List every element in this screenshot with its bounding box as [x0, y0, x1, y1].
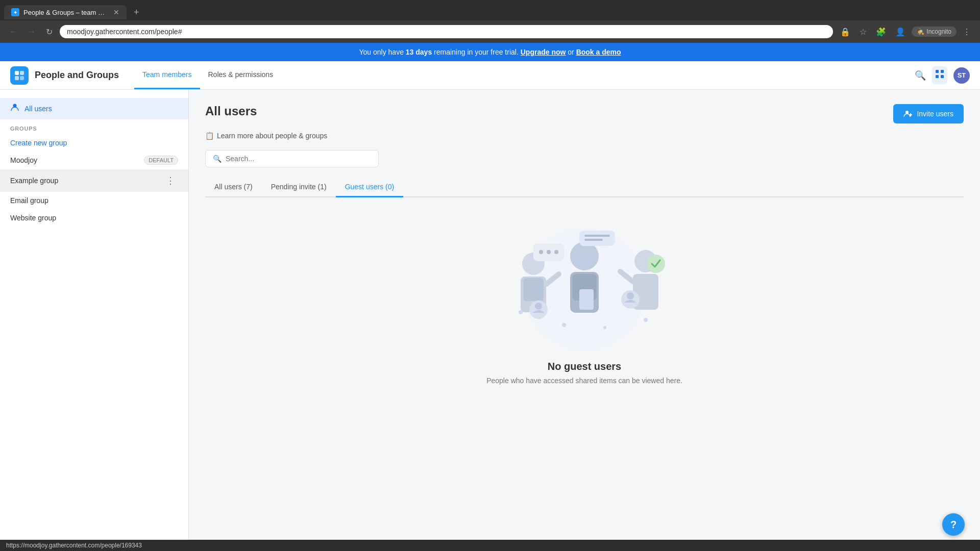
default-badge: DEFAULT — [144, 156, 178, 165]
invite-icon — [903, 109, 913, 118]
tabs: All users (7) Pending invite (1) Guest u… — [205, 178, 964, 197]
browser-chrome: ✦ People & Groups – team mem... ✕ + ← → … — [0, 0, 980, 43]
svg-rect-5 — [941, 70, 944, 73]
app-title: People and Groups — [35, 70, 119, 81]
header-right: 🔍 ST — [915, 66, 970, 84]
tab-guest-users[interactable]: Guest users (0) — [336, 178, 403, 197]
refresh-button[interactable]: ↻ — [43, 25, 56, 39]
svg-point-9 — [905, 111, 909, 114]
svg-point-34 — [627, 292, 634, 299]
nav-roles-permissions[interactable]: Roles & permissions — [200, 61, 282, 89]
empty-state-subtitle: People who have accessed shared items ca… — [486, 377, 682, 385]
group-name-moodjoy: Moodjoy — [10, 156, 144, 164]
svg-point-32 — [535, 303, 542, 310]
invite-button-label: Invite users — [917, 110, 953, 118]
address-bar[interactable] — [60, 25, 833, 38]
search-box: 🔍 — [205, 150, 379, 167]
trial-prefix: You only have — [359, 48, 405, 56]
browser-nav: ← → ↻ 🔒 ☆ 🧩 👤 🕵️ Incognito ⋮ — [0, 20, 980, 43]
tab-bar: ✦ People & Groups – team mem... ✕ + — [0, 0, 980, 20]
svg-point-19 — [547, 250, 551, 254]
app-logo[interactable] — [10, 66, 29, 85]
empty-illustration — [472, 218, 697, 361]
incognito-icon: 🕵️ — [917, 28, 924, 35]
new-tab-button[interactable]: + — [127, 4, 146, 21]
header-nav: Team members Roles & permissions — [134, 61, 281, 89]
extension-icon[interactable]: 🧩 — [873, 25, 889, 39]
upgrade-link[interactable]: Upgrade now — [521, 48, 566, 56]
search-input[interactable] — [226, 155, 371, 163]
svg-rect-1 — [20, 71, 24, 75]
search-box-icon: 🔍 — [213, 155, 222, 163]
group-name-example: Example group — [10, 177, 163, 185]
svg-rect-27 — [584, 239, 603, 241]
sidebar-group-website[interactable]: Website group — [0, 209, 188, 227]
content-area: All users Invite users 📋 Learn more abou… — [189, 90, 980, 549]
tab-all-users[interactable]: All users (7) — [205, 178, 262, 197]
search-icon[interactable]: 🔍 — [915, 70, 926, 81]
learn-more-icon: 📋 — [205, 132, 214, 140]
sidebar-item-all-users[interactable]: All users — [0, 98, 188, 119]
svg-point-35 — [647, 255, 665, 273]
svg-point-37 — [644, 318, 648, 322]
empty-state-title: No guest users — [548, 361, 621, 372]
svg-point-36 — [519, 310, 523, 314]
svg-rect-15 — [523, 278, 544, 301]
svg-rect-6 — [936, 75, 939, 78]
create-group-link[interactable]: Create new group — [0, 135, 188, 151]
trial-days: 13 days — [406, 48, 432, 56]
avatar[interactable]: ST — [953, 67, 970, 84]
incognito-label: Incognito — [926, 28, 951, 35]
svg-rect-26 — [584, 235, 610, 237]
incognito-badge: 🕵️ Incognito — [912, 27, 957, 37]
sidebar: All users GROUPS Create new group Moodjo… — [0, 90, 189, 549]
menu-button[interactable]: ⋮ — [960, 25, 974, 39]
eyeoff-icon[interactable]: 🔒 — [837, 25, 853, 39]
nav-icons: 🔒 ☆ 🧩 👤 🕵️ Incognito ⋮ — [837, 25, 974, 39]
nav-team-members[interactable]: Team members — [134, 61, 200, 89]
sidebar-group-email[interactable]: Email group — [0, 192, 188, 209]
tab-pending-invite[interactable]: Pending invite (1) — [262, 178, 336, 197]
forward-button[interactable]: → — [24, 25, 39, 38]
star-icon[interactable]: ☆ — [856, 25, 870, 39]
sidebar-group-moodjoy[interactable]: Moodjoy DEFAULT — [0, 151, 188, 169]
main-layout: All users GROUPS Create new group Moodjo… — [0, 90, 980, 549]
learn-more-link[interactable]: 📋 Learn more about people & groups — [205, 132, 964, 140]
svg-rect-25 — [579, 231, 615, 246]
svg-point-20 — [554, 250, 558, 254]
all-users-label: All users — [24, 105, 52, 113]
svg-point-38 — [562, 323, 566, 327]
svg-point-21 — [570, 242, 599, 270]
svg-point-39 — [603, 326, 606, 329]
active-tab[interactable]: ✦ People & Groups – team mem... ✕ — [4, 5, 127, 19]
sidebar-group-example[interactable]: Example group ⋮ — [0, 169, 188, 192]
svg-rect-24 — [579, 289, 594, 310]
grid-icon[interactable] — [932, 66, 947, 84]
tab-title: People & Groups – team mem... — [23, 9, 109, 16]
person-icon — [10, 103, 19, 114]
status-bar: https://moodjoy.gathercontent.com/people… — [0, 540, 980, 549]
group-more-icon[interactable]: ⋮ — [163, 174, 178, 187]
tab-favicon: ✦ — [11, 8, 19, 16]
trial-banner: You only have 13 days remaining in your … — [0, 43, 980, 61]
content-header: All users Invite users — [205, 104, 964, 123]
svg-rect-2 — [15, 76, 19, 80]
group-name-website: Website group — [10, 214, 178, 222]
svg-point-18 — [539, 250, 543, 254]
content-title: All users — [205, 104, 257, 118]
svg-rect-4 — [936, 70, 939, 73]
learn-more-text: Learn more about people & groups — [217, 132, 327, 140]
book-demo-link[interactable]: Book a demo — [576, 48, 621, 56]
svg-rect-0 — [15, 71, 19, 75]
trial-or: or — [568, 48, 576, 56]
status-url: https://moodjoy.gathercontent.com/people… — [6, 542, 142, 549]
invite-users-button[interactable]: Invite users — [893, 104, 964, 123]
back-button[interactable]: ← — [6, 25, 20, 38]
close-tab-button[interactable]: ✕ — [113, 8, 119, 16]
profile-icon[interactable]: 👤 — [892, 25, 909, 39]
app-header: People and Groups Team members Roles & p… — [0, 61, 980, 90]
groups-section-label: GROUPS — [0, 119, 188, 135]
trial-middle: remaining in your free trial. — [434, 48, 521, 56]
empty-state: No guest users People who have accessed … — [205, 197, 964, 400]
help-button[interactable]: ? — [942, 513, 965, 536]
